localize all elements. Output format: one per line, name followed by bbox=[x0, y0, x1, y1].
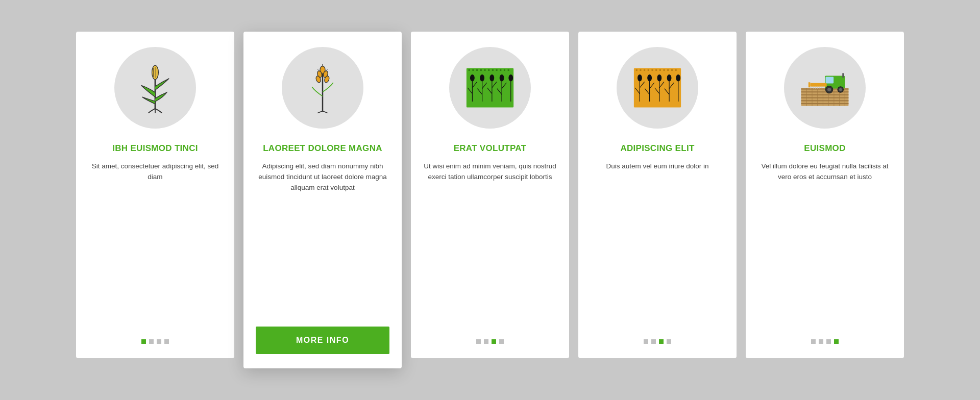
dot bbox=[492, 339, 496, 344]
field-green-icon bbox=[464, 62, 516, 113]
card-3-text: Ut wisi enim ad minim veniam, quis nostr… bbox=[423, 161, 557, 325]
svg-point-77 bbox=[827, 88, 831, 91]
svg-rect-25 bbox=[508, 69, 509, 71]
dot bbox=[834, 339, 839, 344]
svg-rect-22 bbox=[496, 69, 498, 71]
svg-rect-64 bbox=[801, 103, 849, 104]
card-4-dots bbox=[644, 339, 671, 344]
card-5-title: EUISMOD bbox=[804, 143, 845, 154]
dot bbox=[149, 339, 154, 344]
svg-rect-21 bbox=[492, 69, 494, 71]
dot bbox=[667, 339, 671, 344]
svg-rect-38 bbox=[640, 69, 641, 71]
more-info-button[interactable]: MORE INFO bbox=[256, 327, 389, 354]
svg-rect-62 bbox=[801, 97, 849, 98]
card-3: ERAT VOLUTPAT Ut wisi enim ad minim veni… bbox=[411, 32, 569, 358]
svg-rect-45 bbox=[667, 69, 669, 71]
dot bbox=[644, 339, 648, 344]
card-1-icon-circle bbox=[114, 47, 196, 129]
svg-rect-74 bbox=[825, 77, 834, 84]
card-4: ADIPISCING ELIT Duis autem vel eum iriur… bbox=[578, 32, 737, 358]
card-5-icon-circle bbox=[784, 47, 866, 129]
card-5-text: Vel illum dolore eu feugiat nulla facili… bbox=[758, 161, 892, 325]
svg-rect-20 bbox=[488, 69, 489, 71]
svg-rect-47 bbox=[675, 69, 677, 71]
svg-rect-61 bbox=[801, 94, 849, 95]
svg-point-57 bbox=[676, 75, 680, 81]
svg-point-33 bbox=[500, 75, 504, 81]
card-4-text: Duis autem vel eum iriure dolor in bbox=[606, 161, 708, 325]
dot bbox=[164, 339, 169, 344]
card-4-title: ADIPISCING ELIT bbox=[620, 143, 694, 154]
card-5: EUISMOD Vel illum dolore eu feugiat null… bbox=[746, 32, 904, 358]
card-1-dots bbox=[141, 339, 169, 344]
svg-rect-24 bbox=[504, 69, 505, 71]
svg-rect-18 bbox=[480, 69, 482, 71]
card-1-text: Sit amet, consectetuer adipiscing elit, … bbox=[88, 161, 222, 325]
dot bbox=[651, 339, 656, 344]
svg-point-31 bbox=[490, 75, 494, 81]
dot bbox=[811, 339, 816, 344]
svg-rect-37 bbox=[636, 69, 638, 71]
dot bbox=[484, 339, 488, 344]
svg-point-79 bbox=[839, 88, 842, 91]
cards-container: IBH EUISMOD TINCI Sit amet, consectetuer… bbox=[56, 16, 924, 384]
svg-point-55 bbox=[667, 75, 671, 81]
svg-rect-15 bbox=[469, 69, 470, 71]
svg-rect-41 bbox=[651, 69, 653, 71]
card-3-dots bbox=[476, 339, 504, 344]
plant1-icon bbox=[130, 62, 181, 113]
field-yellow-icon bbox=[632, 62, 683, 113]
svg-rect-39 bbox=[644, 69, 645, 71]
svg-rect-63 bbox=[801, 100, 849, 101]
card-2-icon-circle bbox=[282, 47, 363, 129]
card-2-text: Adipiscing elit, sed diam nonummy nibh e… bbox=[256, 161, 389, 307]
card-1-title: IBH EUISMOD TINCI bbox=[112, 143, 198, 154]
svg-point-53 bbox=[657, 75, 662, 81]
wheat1-icon bbox=[297, 62, 348, 113]
svg-rect-80 bbox=[810, 83, 826, 87]
svg-rect-44 bbox=[664, 69, 665, 71]
svg-rect-19 bbox=[484, 69, 485, 71]
svg-point-49 bbox=[638, 75, 642, 81]
svg-rect-42 bbox=[655, 69, 657, 71]
dot bbox=[826, 339, 831, 344]
svg-rect-14 bbox=[467, 68, 513, 108]
svg-rect-16 bbox=[472, 69, 474, 71]
dot bbox=[141, 339, 146, 344]
svg-rect-46 bbox=[671, 69, 673, 71]
dot bbox=[659, 339, 664, 344]
card-2: LAOREET DOLORE MAGNA Adipiscing elit, se… bbox=[243, 32, 402, 368]
svg-point-29 bbox=[480, 75, 484, 81]
svg-point-27 bbox=[471, 75, 475, 81]
harvester-icon bbox=[799, 62, 850, 113]
card-3-icon-circle bbox=[449, 47, 531, 129]
card-4-icon-circle bbox=[617, 47, 698, 129]
svg-rect-23 bbox=[500, 69, 501, 71]
svg-point-51 bbox=[648, 75, 652, 81]
svg-rect-75 bbox=[842, 73, 844, 78]
card-5-dots bbox=[811, 339, 839, 344]
svg-rect-17 bbox=[476, 69, 478, 71]
svg-rect-43 bbox=[659, 69, 661, 71]
dot bbox=[819, 339, 823, 344]
svg-rect-81 bbox=[808, 82, 811, 87]
dot bbox=[499, 339, 504, 344]
card-2-title: LAOREET DOLORE MAGNA bbox=[263, 143, 382, 154]
card-1: IBH EUISMOD TINCI Sit amet, consectetuer… bbox=[76, 32, 234, 358]
svg-rect-36 bbox=[634, 68, 681, 108]
svg-point-35 bbox=[509, 75, 513, 81]
card-3-title: ERAT VOLUTPAT bbox=[454, 143, 527, 154]
dot bbox=[157, 339, 161, 344]
dot bbox=[476, 339, 481, 344]
svg-rect-40 bbox=[648, 69, 649, 71]
